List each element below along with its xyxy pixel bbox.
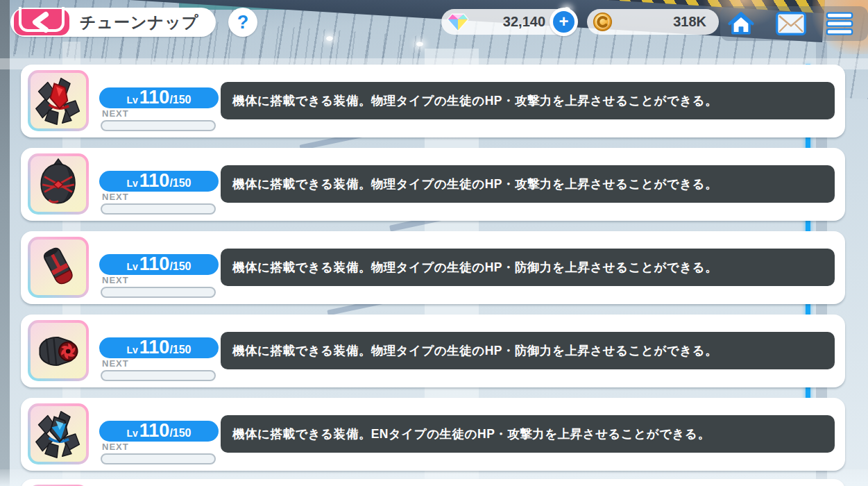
equipment-description: 機体に搭載できる装備。物理タイプの生徒のHP・攻撃力を上昇させることができる。	[221, 82, 835, 119]
add-gems-button[interactable]: +	[550, 8, 578, 36]
next-label: NEXT	[102, 442, 129, 452]
level-label: Lv	[126, 178, 137, 189]
header-nav-group	[720, 6, 868, 41]
level-value: 110	[139, 171, 170, 190]
equipment-icon-dark-dome-red-lines	[32, 158, 85, 210]
level-max: /150	[169, 260, 191, 273]
level-value: 110	[139, 337, 170, 357]
next-progress-bar	[101, 370, 216, 381]
level-badge: Lv110/150	[99, 87, 219, 108]
menu-icon	[826, 12, 853, 35]
next-progress-bar	[101, 203, 216, 215]
coin-icon	[593, 12, 613, 32]
level-max: /150	[169, 94, 191, 106]
level-max: /150	[169, 427, 191, 439]
level-badge: Lv110/150	[99, 421, 219, 442]
equipment-description: 機体に搭載できる装備。物理タイプの生徒のHP・攻撃力を上昇させることができる。	[221, 165, 835, 203]
equipment-icon-dark-thruster-red-fan	[32, 324, 85, 377]
mail-button[interactable]	[776, 9, 806, 38]
equipment-item-tile[interactable]	[28, 320, 89, 381]
equipment-icon-dark-claw-red-crystal	[32, 74, 85, 127]
level-label: Lv	[126, 344, 137, 355]
level-value: 110	[139, 87, 170, 107]
ceiling-light	[326, 36, 333, 41]
next-progress-bar	[101, 120, 216, 131]
next-label: NEXT	[102, 192, 129, 202]
equipment-row[interactable]: Lv110/150 NEXT 機体に搭載できる装備。物理タイプの生徒のHP・防御…	[21, 315, 845, 387]
coin-currency-display: 318K	[587, 9, 719, 35]
mail-icon	[776, 12, 806, 35]
equipment-item-tile[interactable]	[28, 70, 89, 131]
page-title: チューンナップ	[80, 8, 198, 37]
level-value: 110	[139, 254, 170, 274]
equipment-item-tile[interactable]	[28, 153, 89, 215]
pillar	[0, 0, 10, 486]
help-button[interactable]: ?	[228, 8, 257, 37]
next-label: NEXT	[102, 358, 129, 369]
level-badge: Lv110/150	[99, 337, 219, 358]
level-max: /150	[169, 177, 191, 190]
home-icon	[726, 10, 756, 37]
level-value: 110	[139, 421, 170, 440]
next-label: NEXT	[102, 108, 129, 119]
title-bar: チューンナップ	[10, 8, 216, 37]
level-label: Lv	[126, 261, 137, 272]
home-button[interactable]	[726, 9, 756, 38]
level-max: /150	[169, 344, 191, 356]
equipment-description: 機体に搭載できる装備。ENタイプの生徒のHP・攻撃力を上昇させることができる。	[221, 415, 835, 453]
equipment-row[interactable]: Lv110/150 NEXT 機体に搭載できる装備。物理タイプの生徒のHP・攻撃…	[21, 148, 845, 221]
coin-count: 318K	[613, 14, 719, 30]
next-label: NEXT	[102, 275, 129, 285]
equipment-item-tile[interactable]	[28, 403, 89, 464]
equipment-icon-dark-claw-blue-crystal	[32, 408, 85, 460]
gem-icon	[447, 12, 469, 32]
equipment-row-partial[interactable]	[21, 479, 845, 486]
equipment-row[interactable]: Lv110/150 NEXT 機体に搭載できる装備。物理タイプの生徒のHP・防御…	[21, 231, 845, 304]
equipment-icon-dark-cylinder-red-stripes	[32, 241, 85, 294]
level-badge: Lv110/150	[99, 254, 219, 275]
menu-button[interactable]	[824, 9, 855, 38]
level-badge: Lv110/150	[99, 171, 219, 192]
next-progress-bar	[101, 453, 216, 464]
equipment-item-tile[interactable]	[28, 237, 89, 298]
equipment-description: 機体に搭載できる装備。物理タイプの生徒のHP・防御力を上昇させることができる。	[221, 249, 835, 286]
next-progress-bar	[101, 287, 216, 298]
plus-icon: +	[553, 11, 575, 33]
level-label: Lv	[126, 428, 137, 439]
back-button[interactable]	[14, 9, 69, 35]
equipment-row[interactable]: Lv110/150 NEXT 機体に搭載できる装備。ENタイプの生徒のHP・攻撃…	[21, 398, 845, 471]
equipment-description: 機体に搭載できる装備。物理タイプの生徒のHP・防御力を上昇させることができる。	[221, 332, 835, 369]
level-label: Lv	[126, 94, 137, 106]
equipment-row[interactable]: Lv110/150 NEXT 機体に搭載できる装備。物理タイプの生徒のHP・攻撃…	[21, 65, 845, 137]
ceiling-light	[416, 42, 423, 47]
back-chevron-icon	[14, 9, 69, 35]
